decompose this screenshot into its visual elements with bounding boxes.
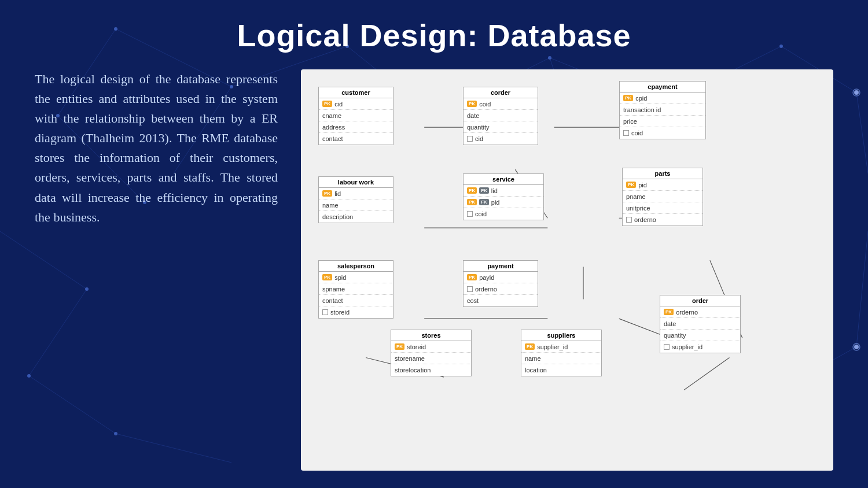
entity-corder-header: corder [464,87,538,98]
entity-cpayment-transactionid: transaction id [620,104,705,116]
entity-order-supplierid: supplier_id [660,341,740,353]
entity-parts-unitprice: unitprice [623,202,703,214]
entity-customer-address: address [319,121,393,133]
entity-cpayment-coid: coid [620,127,705,139]
entity-labour-work-lid: PK lid [319,188,393,199]
entity-stores-header: stores [391,330,471,341]
page-title: Logical Design: Database [35,17,833,53]
entity-customer-cid: PK cid [319,98,393,110]
entity-salesperson-contact: contact [319,295,393,306]
entity-customer-cname: cname [319,110,393,121]
entity-payment-header: payment [464,261,538,272]
entity-order: order PK orderno date quantity supplier_… [660,295,741,353]
entity-labour-work-name: name [319,199,393,211]
entity-order-date: date [660,318,740,330]
entity-service-pid: PK FK pid [464,197,543,208]
entity-payment: payment PK payid orderno cost [463,260,538,307]
entity-stores-storename: storename [391,353,471,364]
entity-order-orderno: PK orderno [660,306,740,318]
svg-line-48 [684,357,730,390]
entity-corder-cid: cid [464,133,538,145]
entity-cpayment-header: cpayment [620,82,705,93]
entity-corder: corder PK coid date quantity cid [463,87,538,145]
entity-suppliers-supplierid: PK supplier_id [521,341,601,353]
entity-labour-work-header: labour work [319,177,393,188]
entity-corder-date: date [464,110,538,121]
entity-salesperson-storeid: storeid [319,306,393,318]
entity-payment-cost: cost [464,295,538,306]
entity-service-lid: PK FK lid [464,185,543,197]
entity-corder-quantity: quantity [464,121,538,133]
entity-order-quantity: quantity [660,330,740,341]
entity-stores-storeid: PK storeid [391,341,471,353]
er-diagram-container: customer PK cid cname address contact co… [301,69,833,471]
entity-salesperson: salesperson PK spid spname contact store… [318,260,393,319]
entity-customer-header: customer [319,87,393,98]
entity-service-header: service [464,174,543,185]
entity-order-header: order [660,295,740,306]
entity-customer-contact: contact [319,133,393,145]
entity-payment-orderno: orderno [464,283,538,295]
entity-suppliers: suppliers PK supplier_id name location [521,330,602,376]
entity-corder-coid: PK coid [464,98,538,110]
entity-suppliers-name: name [521,353,601,364]
entity-parts-pname: pname [623,191,703,202]
text-section: The logical design of the database repre… [35,69,278,471]
entity-labour-work: labour work PK lid name description [318,176,393,223]
entity-salesperson-header: salesperson [319,261,393,272]
entity-parts-orderno: orderno [623,214,703,225]
entity-labour-work-description: description [319,211,393,223]
entity-service: service PK FK lid PK FK pid coid [463,173,544,220]
entity-cpayment-cpid: PK cpid [620,93,705,104]
entity-parts-header: parts [623,168,703,179]
entity-salesperson-spname: spname [319,283,393,295]
entity-cpayment-price: price [620,116,705,127]
entity-stores: stores PK storeid storename storelocatio… [391,330,472,376]
entity-salesperson-spid: PK spid [319,272,393,283]
entity-cpayment: cpayment PK cpid transaction id price co… [619,81,706,139]
entity-service-coid: coid [464,208,543,220]
entity-suppliers-header: suppliers [521,330,601,341]
body-text: The logical design of the database repre… [35,72,278,224]
entity-customer: customer PK cid cname address contact [318,87,393,145]
entity-stores-storelocation: storelocation [391,364,471,376]
entity-parts-pid: PK pid [623,179,703,191]
entity-parts: parts PK pid pname unitprice orderno [622,168,703,226]
entity-payment-payid: PK payid [464,272,538,283]
entity-suppliers-location: location [521,364,601,376]
